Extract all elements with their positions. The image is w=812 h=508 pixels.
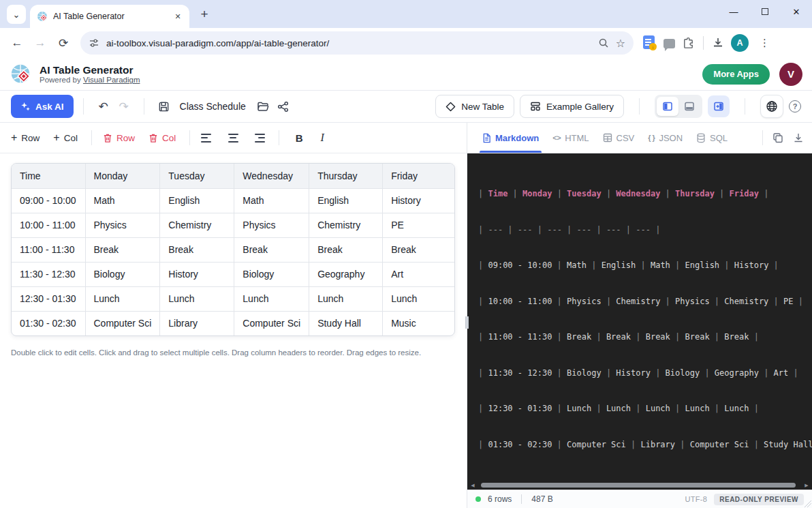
- cell[interactable]: Chemistry: [160, 213, 234, 237]
- split-vertical-button[interactable]: [657, 97, 678, 116]
- cell[interactable]: Break: [160, 237, 234, 262]
- table-row[interactable]: 12:30 - 01:30LunchLunchLunchLunchLunch: [12, 286, 454, 311]
- bold-button[interactable]: B: [290, 129, 308, 147]
- delete-col-button[interactable]: Col: [149, 133, 176, 143]
- cell[interactable]: Music: [383, 311, 454, 335]
- column-header[interactable]: Wednesday: [234, 164, 309, 188]
- cell[interactable]: History: [160, 262, 234, 286]
- ask-ai-button[interactable]: Ask AI: [11, 95, 74, 118]
- cell[interactable]: Break: [309, 237, 383, 262]
- cell[interactable]: Break: [234, 237, 309, 262]
- document-title[interactable]: Class Schedule: [180, 101, 246, 112]
- zoom-icon[interactable]: [598, 38, 609, 48]
- cell[interactable]: Lunch: [234, 286, 309, 311]
- undo-button[interactable]: ↶: [93, 96, 114, 117]
- schedule-table[interactable]: Time Monday Tuesday Wednesday Thursday F…: [12, 164, 454, 335]
- maximize-button[interactable]: [749, 0, 781, 23]
- cell[interactable]: Art: [383, 262, 454, 286]
- back-button[interactable]: ←: [7, 33, 27, 53]
- cell[interactable]: English: [309, 188, 383, 213]
- docs-extension-icon[interactable]: ↓: [643, 35, 657, 50]
- user-avatar[interactable]: V: [779, 63, 802, 86]
- align-right-button[interactable]: [250, 130, 265, 145]
- align-left-button[interactable]: [201, 130, 216, 145]
- cell[interactable]: Lunch: [160, 286, 234, 311]
- browser-menu-button[interactable]: ⋮: [755, 37, 774, 49]
- chat-extension-icon[interactable]: [663, 39, 675, 48]
- cell[interactable]: History: [383, 188, 454, 213]
- tab-close-button[interactable]: ✕: [172, 10, 184, 23]
- column-header[interactable]: Friday: [383, 164, 454, 188]
- markdown-preview[interactable]: | Time | Monday | Tuesday | Wednesday | …: [467, 153, 812, 481]
- cell[interactable]: Break: [85, 237, 160, 262]
- cell[interactable]: Chemistry: [309, 213, 383, 237]
- cell[interactable]: Break: [383, 237, 454, 262]
- tab-markdown[interactable]: Markdown: [475, 123, 546, 153]
- example-gallery-button[interactable]: Example Gallery: [520, 95, 624, 118]
- language-button[interactable]: [760, 95, 783, 118]
- scroll-left-icon[interactable]: ◀: [467, 483, 478, 488]
- column-header[interactable]: Monday: [85, 164, 160, 188]
- cell[interactable]: Math: [234, 188, 309, 213]
- cell[interactable]: 11:00 - 11:30: [12, 237, 85, 262]
- tab-sql[interactable]: SQL: [689, 123, 734, 153]
- cell[interactable]: English: [160, 188, 234, 213]
- cell[interactable]: Study Hall: [309, 311, 383, 335]
- save-button[interactable]: [154, 96, 174, 117]
- cell[interactable]: 12:30 - 01:30: [12, 286, 85, 311]
- cell[interactable]: Math: [85, 188, 160, 213]
- redo-button[interactable]: ↷: [114, 96, 134, 117]
- copy-button[interactable]: [772, 132, 783, 143]
- browser-tab[interactable]: AI Table Generator ✕: [30, 5, 189, 28]
- address-bar[interactable]: ai-toolbox.visual-paradigm.com/app/ai-ta…: [80, 31, 634, 55]
- split-horizontal-button[interactable]: [678, 97, 700, 116]
- table-row[interactable]: 09:00 - 10:00MathEnglishMathEnglishHisto…: [12, 188, 454, 213]
- scrollbar-thumb[interactable]: [481, 483, 796, 488]
- italic-button[interactable]: I: [313, 129, 331, 147]
- cell[interactable]: Physics: [234, 213, 309, 237]
- bookmark-star-icon[interactable]: ☆: [616, 37, 625, 50]
- table-row[interactable]: 10:00 - 11:00PhysicsChemistryPhysicsChem…: [12, 213, 454, 237]
- cell[interactable]: PE: [383, 213, 454, 237]
- forward-button[interactable]: →: [30, 33, 50, 53]
- browser-profile-avatar[interactable]: A: [731, 34, 749, 52]
- cell[interactable]: 01:30 - 02:30: [12, 311, 85, 335]
- align-center-button[interactable]: [225, 130, 240, 145]
- cell[interactable]: Lunch: [85, 286, 160, 311]
- cell[interactable]: 11:30 - 12:30: [12, 262, 85, 286]
- download-button[interactable]: [793, 132, 804, 143]
- share-button[interactable]: [273, 96, 294, 117]
- visual-paradigm-link[interactable]: Visual Paradigm: [83, 76, 140, 84]
- add-row-button[interactable]: +Row: [11, 132, 40, 144]
- minimize-button[interactable]: —: [718, 0, 749, 23]
- cell[interactable]: Biology: [85, 262, 160, 286]
- panel-resize-handle[interactable]: [465, 316, 469, 329]
- cell[interactable]: Geography: [309, 262, 383, 286]
- cell[interactable]: Physics: [85, 213, 160, 237]
- more-apps-button[interactable]: More Apps: [702, 64, 770, 85]
- table-header-row[interactable]: Time Monday Tuesday Wednesday Thursday F…: [12, 164, 454, 188]
- close-window-button[interactable]: ✕: [781, 0, 812, 23]
- add-col-button[interactable]: +Col: [53, 132, 78, 144]
- cell[interactable]: 10:00 - 11:00: [12, 213, 85, 237]
- new-tab-button[interactable]: +: [195, 5, 214, 24]
- resize-grip[interactable]: [805, 500, 811, 507]
- cell[interactable]: Lunch: [383, 286, 454, 311]
- table-row[interactable]: 11:00 - 11:30BreakBreakBreakBreakBreak: [12, 237, 454, 262]
- cell[interactable]: Library: [160, 311, 234, 335]
- downloads-icon[interactable]: [712, 37, 724, 49]
- column-header[interactable]: Tuesday: [160, 164, 234, 188]
- reload-button[interactable]: ⟳: [53, 33, 74, 53]
- cell[interactable]: Lunch: [309, 286, 383, 311]
- site-settings-icon[interactable]: [89, 38, 99, 48]
- tab-search-button[interactable]: ⌄: [7, 5, 26, 24]
- extensions-puzzle-icon[interactable]: [682, 37, 695, 50]
- delete-row-button[interactable]: Row: [103, 133, 135, 143]
- tab-json[interactable]: { } JSON: [641, 123, 689, 153]
- open-file-button[interactable]: [253, 96, 273, 117]
- tab-csv[interactable]: CSV: [596, 123, 642, 153]
- column-header[interactable]: Time: [12, 164, 85, 188]
- help-button[interactable]: ?: [789, 100, 801, 113]
- cell[interactable]: 09:00 - 10:00: [12, 188, 85, 213]
- scroll-right-icon[interactable]: ▶: [801, 483, 812, 488]
